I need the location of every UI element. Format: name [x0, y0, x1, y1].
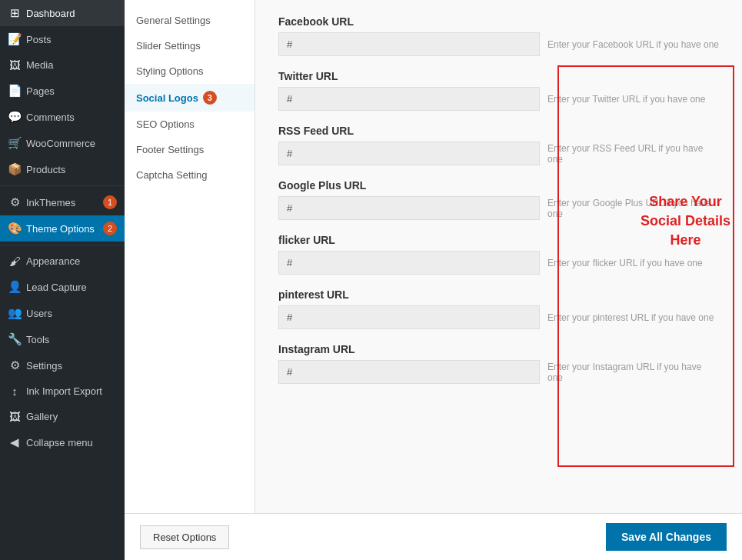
field-hint-twitter-url: Enter your Twitter URL if you have one — [547, 94, 719, 105]
field-label-twitter-url: Twitter URL — [278, 70, 719, 82]
save-button[interactable]: Save All Changes — [606, 523, 727, 551]
sidebar-item-label: Lead Capture — [26, 282, 87, 293]
inkthemes-icon: ⚙ — [8, 195, 22, 209]
field-group-facebook-url: Facebook URLEnter your Facebook URL if y… — [278, 15, 719, 56]
submenu-item-slider-settings[interactable]: Slider Settings — [125, 33, 255, 58]
field-row-pinterest-url: Enter your pinterest URL if you have one — [278, 305, 719, 329]
sidebar-item-collapse-menu[interactable]: ◀Collapse menu — [0, 429, 125, 455]
field-row-instagram-url: Enter your Instagram URL if you have one — [278, 360, 719, 384]
submenu-item-general-settings[interactable]: General Settings — [125, 8, 255, 33]
field-input-google-plus-url[interactable] — [278, 196, 540, 220]
sidebar-item-products[interactable]: 📦Products — [0, 156, 125, 182]
submenu-item-label: SEO Options — [136, 118, 195, 130]
field-hint-instagram-url: Enter your Instagram URL if you have one — [547, 362, 719, 383]
sidebar-item-label: InkThemes — [26, 197, 75, 208]
sidebar-item-label: Gallery — [26, 411, 58, 422]
sidebar-item-posts[interactable]: 📝Posts — [0, 26, 125, 52]
sidebar-item-label: Pages — [26, 85, 55, 97]
field-label-facebook-url: Facebook URL — [278, 15, 719, 28]
field-hint-flicker-url: Enter your flicker URL if you have one — [547, 258, 719, 268]
sidebar-item-label: Users — [26, 308, 52, 319]
field-group-pinterest-url: pinterest URLEnter your pinterest URL if… — [278, 288, 719, 329]
appearance-icon: 🖌 — [8, 255, 22, 268]
reset-button[interactable]: Reset Options — [140, 525, 229, 549]
field-input-flicker-url[interactable] — [278, 251, 540, 275]
field-label-instagram-url: Instagram URL — [278, 343, 719, 355]
collapse-menu-icon: ◀ — [8, 435, 22, 449]
field-group-twitter-url: Twitter URLEnter your Twitter URL if you… — [278, 70, 719, 111]
sidebar-item-label: Posts — [26, 34, 52, 45]
sidebar-item-media[interactable]: 🖼Media — [0, 52, 125, 78]
ink-import-export-icon: ↕ — [8, 385, 22, 398]
field-input-instagram-url[interactable] — [278, 360, 540, 384]
lead-capture-icon: 👤 — [8, 280, 22, 294]
submenu-item-label: General Settings — [136, 15, 211, 26]
sidebar-item-label: Appearance — [26, 255, 80, 267]
sidebar-item-settings[interactable]: ⚙Settings — [0, 352, 125, 378]
submenu-item-label: Styling Options — [136, 65, 203, 77]
submenu-item-seo-options[interactable]: SEO Options — [125, 112, 255, 137]
sidebar-item-ink-import-export[interactable]: ↕Ink Import Export — [0, 378, 125, 404]
submenu-badge: 3 — [203, 91, 217, 105]
sidebar-item-appearance[interactable]: 🖌Appearance — [0, 248, 125, 274]
sidebar-item-woocommerce[interactable]: 🛒WooCommerce — [0, 130, 125, 156]
field-input-facebook-url[interactable] — [278, 32, 540, 56]
sidebar-item-theme-options[interactable]: 🎨Theme Options2 — [0, 215, 125, 242]
field-row-facebook-url: Enter your Facebook URL if you have one — [278, 32, 719, 56]
field-label-rss-feed-url: RSS Feed URL — [278, 125, 719, 137]
sidebar-item-label: Dashboard — [26, 8, 75, 19]
field-row-rss-feed-url: Enter your RSS Feed URL if you have one — [278, 142, 719, 165]
sidebar-badge: 1 — [103, 195, 117, 209]
products-icon: 📦 — [8, 162, 22, 176]
footer-bar: Reset Options Save All Changes — [125, 513, 742, 560]
sidebar: ⊞Dashboard📝Posts🖼Media📄Pages💬Comments🛒Wo… — [0, 0, 125, 560]
annotation-label: Share YourSocial DetailsHere — [641, 192, 730, 251]
submenu-item-captcha-setting[interactable]: Captcha Setting — [125, 162, 255, 188]
sidebar-item-pages[interactable]: 📄Pages — [0, 78, 125, 104]
field-hint-rss-feed-url: Enter your RSS Feed URL if you have one — [547, 143, 719, 165]
main: General SettingsSlider SettingsStyling O… — [125, 0, 742, 560]
sidebar-item-lead-capture[interactable]: 👤Lead Capture — [0, 274, 125, 300]
gallery-icon: 🖼 — [8, 410, 22, 423]
tools-icon: 🔧 — [8, 332, 22, 346]
field-group-instagram-url: Instagram URLEnter your Instagram URL if… — [278, 343, 719, 384]
woocommerce-icon: 🛒 — [8, 136, 22, 150]
panel: Facebook URLEnter your Facebook URL if y… — [255, 0, 742, 513]
field-input-pinterest-url[interactable] — [278, 305, 540, 329]
sidebar-item-label: Tools — [26, 334, 49, 345]
theme-options-icon: 🎨 — [8, 222, 22, 235]
submenu-item-social-logos[interactable]: Social Logos3 — [125, 84, 255, 112]
submenu-item-footer-settings[interactable]: Footer Settings — [125, 137, 255, 162]
sidebar-item-users[interactable]: 👥Users — [0, 300, 125, 326]
sidebar-item-label: Products — [26, 164, 65, 175]
sidebar-item-tools[interactable]: 🔧Tools — [0, 326, 125, 352]
field-input-rss-feed-url[interactable] — [278, 142, 540, 165]
submenu-item-label: Slider Settings — [136, 40, 201, 52]
sidebar-item-inkthemes[interactable]: ⚙InkThemes1 — [0, 189, 125, 215]
posts-icon: 📝 — [8, 32, 22, 46]
submenu-item-label: Social Logos — [136, 92, 198, 104]
sidebar-item-label: WooCommerce — [26, 138, 95, 149]
field-hint-pinterest-url: Enter your pinterest URL if you have one — [547, 312, 719, 323]
sidebar-badge: 2 — [103, 222, 117, 235]
field-label-pinterest-url: pinterest URL — [278, 288, 719, 301]
submenu-item-styling-options[interactable]: Styling Options — [125, 58, 255, 84]
content-area: General SettingsSlider SettingsStyling O… — [125, 0, 742, 513]
sidebar-item-label: Ink Import Export — [26, 385, 102, 397]
sidebar-item-comments[interactable]: 💬Comments — [0, 104, 125, 130]
comments-icon: 💬 — [8, 110, 22, 124]
sidebar-item-dashboard[interactable]: ⊞Dashboard — [0, 0, 125, 26]
dashboard-icon: ⊞ — [8, 6, 22, 20]
submenu-item-label: Captcha Setting — [136, 169, 208, 181]
sidebar-item-label: Theme Options — [26, 223, 95, 235]
sidebar-item-label: Comments — [26, 112, 75, 123]
submenu-item-label: Footer Settings — [136, 144, 204, 155]
sidebar-item-gallery[interactable]: 🖼Gallery — [0, 404, 125, 429]
field-input-twitter-url[interactable] — [278, 87, 540, 111]
field-group-rss-feed-url: RSS Feed URLEnter your RSS Feed URL if y… — [278, 125, 719, 165]
users-icon: 👥 — [8, 306, 22, 320]
field-row-twitter-url: Enter your Twitter URL if you have one — [278, 87, 719, 111]
sidebar-item-label: Media — [26, 59, 53, 71]
sidebar-item-label: Settings — [26, 360, 62, 372]
field-row-flicker-url: Enter your flicker URL if you have one — [278, 251, 719, 275]
